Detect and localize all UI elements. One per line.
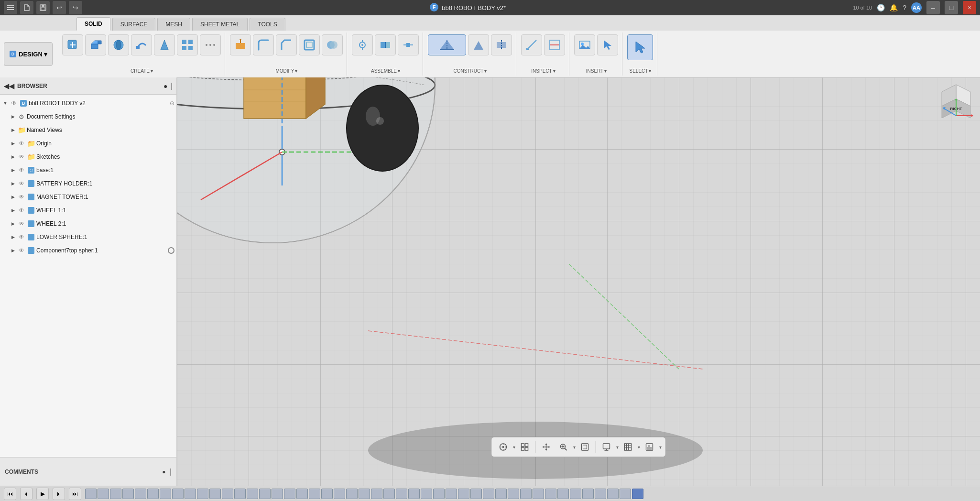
timeline-item[interactable]	[495, 489, 507, 499]
timeline-item[interactable]	[309, 489, 320, 499]
patterns-button[interactable]	[177, 34, 198, 55]
tree-wheel1[interactable]: ▶ 👁 WHEEL 1:1	[0, 204, 176, 217]
display-settings-button[interactable]	[599, 439, 614, 455]
cross-section-button[interactable]	[544, 34, 565, 55]
timeline-item[interactable]	[110, 489, 121, 499]
shell-button[interactable]	[299, 34, 320, 55]
snap-button[interactable]	[496, 439, 511, 455]
base-eye[interactable]: 👁	[17, 166, 26, 174]
component7top-arrow[interactable]: ▶	[10, 247, 16, 254]
timeline-item[interactable]	[359, 489, 370, 499]
tree-lower-sphere[interactable]: ▶ 👁 LOWER SPHERE:1	[0, 230, 176, 244]
lower-sphere-eye[interactable]: 👁	[17, 233, 26, 241]
tab-solid[interactable]: SOLID	[76, 17, 110, 31]
timeline-item[interactable]	[272, 489, 283, 499]
zoom-in-button[interactable]	[556, 439, 571, 455]
timeline-item[interactable]	[607, 489, 619, 499]
wheel2-arrow[interactable]: ▶	[10, 220, 16, 227]
timeline-item[interactable]	[446, 489, 457, 499]
browser-resize-icon[interactable]: |	[171, 82, 173, 90]
magnet-tower-arrow[interactable]: ▶	[10, 194, 16, 200]
timeline-item[interactable]	[147, 489, 159, 499]
select-label[interactable]: SELECT ▾	[630, 68, 652, 74]
timeline-item[interactable]	[520, 489, 532, 499]
chamfer-button[interactable]	[276, 34, 297, 55]
measure-button[interactable]	[521, 34, 542, 55]
tab-tools[interactable]: TOOLS	[250, 18, 285, 31]
tree-root[interactable]: ▼ 👁 B bb8 ROBOT BODY v2 ⊙	[0, 97, 176, 110]
timeline-item[interactable]	[508, 489, 519, 499]
timeline-last[interactable]: ⏭	[69, 488, 81, 500]
select-btn-insert[interactable]	[597, 34, 618, 55]
base-arrow[interactable]: ▶	[10, 167, 16, 174]
magnet-tower-eye[interactable]: 👁	[17, 193, 26, 201]
named-views-arrow[interactable]: ▶	[10, 127, 16, 133]
grid-snap-button[interactable]	[517, 439, 533, 455]
timeline-item[interactable]	[247, 489, 258, 499]
midplane-button[interactable]	[491, 34, 512, 55]
battery-holder-arrow[interactable]: ▶	[10, 180, 16, 187]
root-arrow[interactable]: ▼	[2, 100, 9, 107]
revolve-button[interactable]	[108, 34, 129, 55]
sketches-arrow[interactable]: ▶	[10, 153, 16, 160]
inspect-label[interactable]: INSPECT ▾	[531, 68, 555, 74]
redo-button[interactable]: ↪	[69, 1, 82, 14]
timeline-item[interactable]	[172, 489, 184, 499]
tab-sheet-metal[interactable]: SHEET METAL	[192, 18, 248, 31]
grid-chevron[interactable]: ▾	[638, 445, 640, 450]
timeline-item[interactable]	[570, 489, 581, 499]
undo-button[interactable]: ↩	[53, 1, 66, 14]
assemble-label[interactable]: ASSEMBLE ▾	[371, 68, 400, 74]
timeline-item[interactable]	[396, 489, 407, 499]
timeline-item[interactable]	[433, 489, 445, 499]
extrude-button[interactable]	[85, 34, 106, 55]
tree-base[interactable]: ▶ 👁 ⬡ base:1	[0, 163, 176, 177]
as-built-joint-button[interactable]	[375, 34, 396, 55]
sketches-eye[interactable]: 👁	[17, 152, 26, 161]
wheel2-eye[interactable]: 👁	[17, 219, 26, 228]
offset-plane-button[interactable]	[428, 34, 466, 55]
pan-button[interactable]	[539, 439, 554, 455]
environment-button[interactable]	[642, 439, 657, 455]
timeline-item[interactable]	[545, 489, 556, 499]
menu-button[interactable]	[4, 1, 17, 14]
timeline-item[interactable]	[85, 489, 97, 499]
timeline-item[interactable]	[383, 489, 395, 499]
grid-display-button[interactable]	[621, 439, 636, 455]
timeline-item[interactable]	[470, 489, 482, 499]
tree-sketches[interactable]: ▶ 👁 📁 Sketches	[0, 150, 176, 163]
construct-label[interactable]: CONSTRUCT ▾	[454, 68, 487, 74]
origin-eye[interactable]: 👁	[17, 139, 26, 148]
timeline-item[interactable]	[209, 489, 221, 499]
fit-view-button[interactable]	[577, 439, 593, 455]
battery-holder-eye[interactable]: 👁	[17, 179, 26, 188]
timeline-item[interactable]	[483, 489, 494, 499]
component7top-eye[interactable]: 👁	[17, 246, 26, 255]
insert-image-button[interactable]	[574, 34, 595, 55]
timeline-prev[interactable]: ⏴	[20, 488, 33, 500]
timeline-item[interactable]	[371, 489, 382, 499]
root-eye[interactable]: 👁	[10, 99, 18, 108]
tab-surface[interactable]: SURFACE	[112, 18, 156, 31]
tab-mesh[interactable]: MESH	[157, 18, 190, 31]
timeline-item[interactable]	[135, 489, 146, 499]
timeline-item[interactable]	[557, 489, 569, 499]
timeline-item[interactable]	[222, 489, 233, 499]
environment-chevron[interactable]: ▾	[659, 445, 662, 450]
joint-button[interactable]	[352, 34, 373, 55]
snap-chevron[interactable]: ▾	[513, 445, 515, 450]
create-more-button[interactable]	[200, 34, 221, 55]
timeline-item[interactable]	[620, 489, 631, 499]
timeline-item[interactable]	[595, 489, 606, 499]
tree-wheel2[interactable]: ▶ 👁 WHEEL 2:1	[0, 217, 176, 230]
new-component-button[interactable]	[62, 34, 83, 55]
maximize-button[interactable]: □	[945, 1, 958, 14]
timeline-item[interactable]	[408, 489, 420, 499]
comments-resize[interactable]: |	[170, 468, 172, 476]
lower-sphere-arrow[interactable]: ▶	[10, 234, 16, 240]
tree-origin[interactable]: ▶ 👁 📁 Origin	[0, 137, 176, 150]
viewport[interactable]: RIGHT ▾	[177, 77, 980, 486]
create-label[interactable]: CREATE ▾	[131, 68, 153, 74]
display-chevron[interactable]: ▾	[616, 445, 619, 450]
timeline-item[interactable]	[259, 489, 271, 499]
